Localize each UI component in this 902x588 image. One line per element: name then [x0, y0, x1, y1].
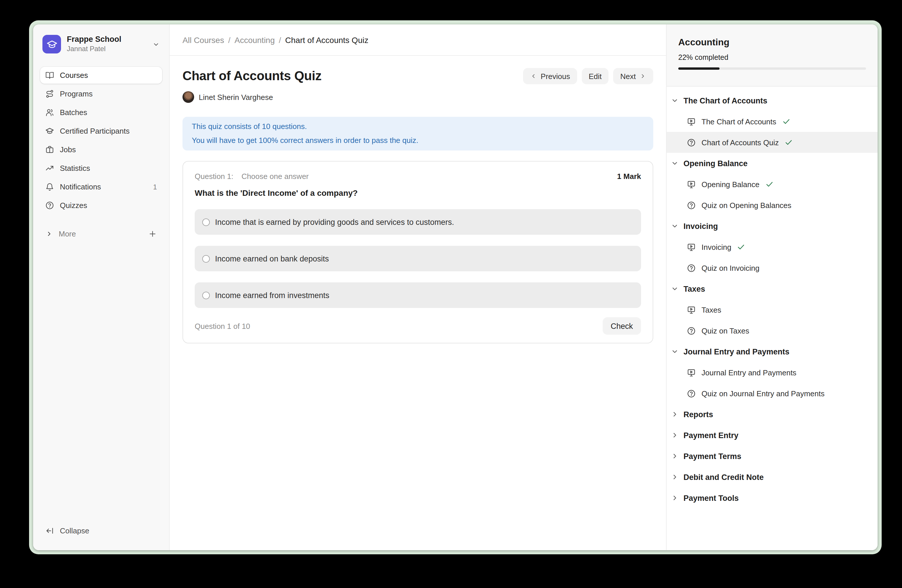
outline-lesson-journal-entry-and-payments[interactable]: Journal Entry and Payments [667, 362, 878, 383]
sidebar-nav: Courses Programs Batches Certified Parti… [40, 67, 162, 216]
workspace-switcher[interactable]: Frappe School Jannat Patel [40, 33, 162, 56]
sidebar-item-label: Certified Participants [60, 127, 130, 135]
radio-button[interactable] [202, 291, 210, 299]
course-title: Accounting [678, 36, 866, 49]
outline-section-payment-terms[interactable]: Payment Terms [667, 446, 878, 466]
chevron-right-icon [45, 230, 53, 238]
sidebar-item-jobs[interactable]: Jobs [40, 141, 162, 158]
sidebar-item-quizzes[interactable]: Quizzes [40, 197, 162, 214]
outline-section-the-chart-of-accounts[interactable]: The Chart of Accounts [667, 90, 878, 111]
sidebar-item-label: Quizzes [60, 201, 87, 210]
lesson-icon [687, 180, 696, 189]
chevron-down-icon [671, 285, 679, 293]
sidebar-item-label: Batches [60, 108, 87, 117]
answer-option[interactable]: Income earned on bank deposits [195, 246, 641, 271]
lesson-icon [687, 368, 696, 377]
radio-button[interactable] [202, 255, 210, 262]
outline-quiz-on-journal-entry-and-payments[interactable]: Quiz on Journal Entry and Payments [667, 383, 878, 404]
chevron-down-icon [671, 159, 679, 167]
check-icon [766, 180, 774, 188]
breadcrumb-separator: / [228, 35, 230, 44]
chevron-left-icon [530, 73, 537, 80]
app-window: Frappe School Jannat Patel Courses Progr… [33, 24, 878, 550]
quiz-icon [687, 326, 696, 335]
chevron-right-icon [671, 410, 679, 418]
outline-section-invoicing[interactable]: Invoicing [667, 216, 878, 236]
outline-quiz-chart-of-accounts-quiz[interactable]: Chart of Accounts Quiz [667, 132, 878, 153]
sidebar-item-label: Notifications [60, 183, 101, 191]
sidebar-item-programs[interactable]: Programs [40, 85, 162, 102]
lesson-icon [687, 117, 696, 126]
chevron-right-icon [671, 452, 679, 460]
bell-icon [45, 183, 54, 191]
outline-lesson-taxes[interactable]: Taxes [667, 299, 878, 320]
next-button[interactable]: Next [614, 68, 653, 84]
brand-name: Frappe School [67, 35, 146, 45]
outline-section-debit-and-credit-note[interactable]: Debit and Credit Note [667, 466, 878, 488]
breadcrumb-separator: / [279, 35, 281, 44]
question-progress: Question 1 of 10 [195, 322, 250, 330]
collapse-sidebar-button[interactable]: Collapse [40, 522, 162, 539]
breadcrumb-accounting[interactable]: Accounting [235, 35, 275, 44]
check-answer-button[interactable]: Check [602, 317, 641, 335]
book-open-icon [45, 71, 54, 80]
course-progress-bar [678, 67, 866, 70]
quiz-icon [687, 201, 696, 210]
sidebar-item-notifications[interactable]: Notifications 1 [40, 178, 162, 195]
course-outline-tree: The Chart of Accounts The Chart of Accou… [667, 87, 878, 550]
toolbar: Previous Edit Next [523, 68, 653, 84]
sidebar-item-statistics[interactable]: Statistics [40, 160, 162, 177]
main-column: All Courses / Accounting / Chart of Acco… [170, 24, 666, 550]
course-progress-label: 22% completed [678, 53, 866, 63]
plus-icon[interactable] [148, 230, 157, 238]
breadcrumb-current: Chart of Accounts Quiz [285, 35, 368, 44]
quiz-page: Chart of Accounts Quiz Previous Edit Nex… [170, 56, 666, 550]
sidebar-item-courses[interactable]: Courses [40, 67, 162, 84]
outline-quiz-on-invoicing[interactable]: Quiz on Invoicing [667, 257, 878, 278]
outline-lesson-opening-balance[interactable]: Opening Balance [667, 174, 878, 195]
edit-button[interactable]: Edit [582, 68, 609, 84]
page-title: Chart of Accounts Quiz [183, 67, 523, 85]
answer-options: Income that is earned by providing goods… [195, 209, 641, 308]
help-circle-icon [45, 201, 54, 210]
course-outline-panel: Accounting 22% completed The Chart of Ac… [666, 24, 878, 550]
outline-section-reports[interactable]: Reports [667, 404, 878, 425]
sidebar-item-label: Statistics [60, 164, 90, 172]
answer-option[interactable]: Income that is earned by providing goods… [195, 209, 641, 235]
outline-quiz-on-opening-balances[interactable]: Quiz on Opening Balances [667, 195, 878, 216]
outline-section-payment-entry[interactable]: Payment Entry [667, 425, 878, 446]
notifications-count-badge: 1 [153, 183, 157, 191]
window-frame: Frappe School Jannat Patel Courses Progr… [29, 20, 882, 554]
sidebar-item-label: Courses [60, 71, 88, 80]
graduation-cap-icon [45, 127, 54, 135]
outline-section-taxes[interactable]: Taxes [667, 278, 878, 299]
sidebar-more-toggle[interactable]: More [40, 225, 162, 242]
answer-option[interactable]: Income earned from investments [195, 282, 641, 308]
outline-lesson-invoicing[interactable]: Invoicing [667, 236, 878, 257]
more-label: More [59, 230, 76, 238]
outline-quiz-on-taxes[interactable]: Quiz on Taxes [667, 320, 878, 341]
breadcrumb-all-courses[interactable]: All Courses [183, 35, 224, 44]
check-icon [737, 243, 745, 251]
chevron-down-icon [671, 347, 679, 356]
sidebar-item-batches[interactable]: Batches [40, 104, 162, 121]
outline-section-journal-entry-and-payments[interactable]: Journal Entry and Payments [667, 341, 878, 362]
outline-section-opening-balance[interactable]: Opening Balance [667, 153, 878, 174]
lesson-icon [687, 242, 696, 251]
route-icon [45, 89, 54, 98]
sidebar-item-certified-participants[interactable]: Certified Participants [40, 123, 162, 139]
question-instruction: Choose one answer [241, 171, 308, 183]
quiz-icon [687, 389, 696, 398]
outline-lesson-the-chart-of-accounts[interactable]: The Chart of Accounts [667, 111, 878, 132]
chevron-right-icon [639, 73, 646, 80]
chevron-right-icon [671, 431, 679, 439]
user-name: Jannat Patel [67, 45, 146, 53]
radio-button[interactable] [202, 218, 210, 226]
lesson-icon [687, 305, 696, 314]
previous-button[interactable]: Previous [523, 68, 577, 84]
sidebar-item-label: Programs [60, 89, 93, 98]
outline-section-payment-tools[interactable]: Payment Tools [667, 488, 878, 508]
breadcrumb: All Courses / Accounting / Chart of Acco… [170, 24, 666, 56]
check-icon [782, 117, 790, 125]
quiz-instructions-banner: This quiz consists of 10 questions. You … [183, 117, 653, 150]
